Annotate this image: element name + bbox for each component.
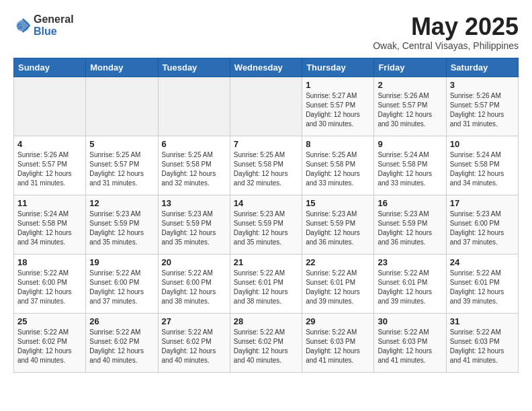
day-number: 18 (17, 257, 82, 267)
calendar-cell: 13Sunrise: 5:23 AM Sunset: 5:59 PM Dayli… (158, 195, 230, 254)
day-info: Sunrise: 5:22 AM Sunset: 6:01 PM Dayligh… (450, 269, 515, 306)
calendar-week-5: 25Sunrise: 5:22 AM Sunset: 6:02 PM Dayli… (14, 313, 519, 372)
calendar-cell: 9Sunrise: 5:24 AM Sunset: 5:58 PM Daylig… (374, 136, 446, 195)
day-info: Sunrise: 5:25 AM Sunset: 5:58 PM Dayligh… (306, 150, 370, 188)
day-number: 9 (378, 139, 442, 149)
day-info: Sunrise: 5:25 AM Sunset: 5:58 PM Dayligh… (234, 150, 298, 188)
day-number: 3 (450, 80, 515, 90)
calendar-cell: 7Sunrise: 5:25 AM Sunset: 5:58 PM Daylig… (230, 136, 302, 195)
calendar-cell: 11Sunrise: 5:24 AM Sunset: 5:58 PM Dayli… (14, 195, 86, 254)
day-info: Sunrise: 5:22 AM Sunset: 6:03 PM Dayligh… (450, 328, 515, 365)
calendar-cell: 4Sunrise: 5:26 AM Sunset: 5:57 PM Daylig… (14, 136, 86, 195)
day-number: 22 (306, 257, 370, 267)
calendar-cell: 12Sunrise: 5:23 AM Sunset: 5:59 PM Dayli… (86, 195, 158, 254)
day-number: 1 (306, 80, 370, 90)
day-number: 7 (234, 139, 298, 149)
page: G General Blue May 2025 Owak, Central Vi… (0, 0, 532, 379)
calendar-cell: 5Sunrise: 5:25 AM Sunset: 5:57 PM Daylig… (86, 136, 158, 195)
day-number: 26 (89, 316, 154, 326)
calendar-cell: 1Sunrise: 5:27 AM Sunset: 5:57 PM Daylig… (302, 77, 374, 136)
calendar-header-friday: Friday (374, 58, 446, 77)
calendar-cell: 26Sunrise: 5:22 AM Sunset: 6:02 PM Dayli… (86, 313, 158, 372)
calendar-cell (230, 77, 302, 136)
day-number: 14 (234, 198, 298, 208)
logo-blue: Blue (34, 26, 57, 37)
calendar-cell: 31Sunrise: 5:22 AM Sunset: 6:03 PM Dayli… (446, 313, 518, 372)
day-info: Sunrise: 5:24 AM Sunset: 5:58 PM Dayligh… (378, 150, 442, 188)
day-number: 10 (450, 139, 515, 149)
calendar-cell: 23Sunrise: 5:22 AM Sunset: 6:01 PM Dayli… (374, 254, 446, 313)
calendar-cell: 18Sunrise: 5:22 AM Sunset: 6:00 PM Dayli… (14, 254, 86, 313)
day-number: 4 (17, 139, 82, 149)
calendar-cell: 21Sunrise: 5:22 AM Sunset: 6:01 PM Dayli… (230, 254, 302, 313)
day-info: Sunrise: 5:22 AM Sunset: 6:02 PM Dayligh… (17, 328, 82, 365)
calendar-header-monday: Monday (86, 58, 158, 77)
day-info: Sunrise: 5:23 AM Sunset: 6:00 PM Dayligh… (450, 210, 515, 247)
day-info: Sunrise: 5:22 AM Sunset: 6:01 PM Dayligh… (306, 269, 370, 306)
logo-text: General Blue (34, 13, 74, 38)
calendar-cell: 30Sunrise: 5:22 AM Sunset: 6:03 PM Dayli… (374, 313, 446, 372)
day-number: 21 (234, 257, 298, 267)
calendar: SundayMondayTuesdayWednesdayThursdayFrid… (13, 58, 519, 373)
calendar-cell: 14Sunrise: 5:23 AM Sunset: 5:59 PM Dayli… (230, 195, 302, 254)
day-number: 11 (17, 198, 82, 208)
calendar-cell: 22Sunrise: 5:22 AM Sunset: 6:01 PM Dayli… (302, 254, 374, 313)
logo-icon: G (13, 16, 32, 35)
calendar-cell: 17Sunrise: 5:23 AM Sunset: 6:00 PM Dayli… (446, 195, 518, 254)
calendar-week-1: 1Sunrise: 5:27 AM Sunset: 5:57 PM Daylig… (14, 77, 519, 136)
calendar-week-4: 18Sunrise: 5:22 AM Sunset: 6:00 PM Dayli… (14, 254, 519, 313)
day-number: 15 (306, 198, 370, 208)
calendar-cell: 8Sunrise: 5:25 AM Sunset: 5:58 PM Daylig… (302, 136, 374, 195)
calendar-cell (158, 77, 230, 136)
calendar-cell: 16Sunrise: 5:23 AM Sunset: 5:59 PM Dayli… (374, 195, 446, 254)
day-number: 16 (378, 198, 442, 208)
day-info: Sunrise: 5:23 AM Sunset: 5:59 PM Dayligh… (89, 210, 154, 247)
title-block: May 2025 Owak, Central Visayas, Philippi… (373, 13, 519, 51)
day-number: 23 (378, 257, 442, 267)
day-info: Sunrise: 5:26 AM Sunset: 5:57 PM Dayligh… (378, 91, 442, 129)
day-info: Sunrise: 5:23 AM Sunset: 5:59 PM Dayligh… (234, 210, 298, 247)
calendar-cell: 20Sunrise: 5:22 AM Sunset: 6:00 PM Dayli… (158, 254, 230, 313)
day-info: Sunrise: 5:22 AM Sunset: 6:02 PM Dayligh… (162, 328, 226, 365)
calendar-header-tuesday: Tuesday (158, 58, 230, 77)
day-info: Sunrise: 5:22 AM Sunset: 6:01 PM Dayligh… (234, 269, 298, 306)
day-number: 30 (378, 316, 442, 326)
day-number: 28 (234, 316, 298, 326)
calendar-cell: 6Sunrise: 5:25 AM Sunset: 5:58 PM Daylig… (158, 136, 230, 195)
day-info: Sunrise: 5:22 AM Sunset: 6:02 PM Dayligh… (89, 328, 154, 365)
calendar-week-3: 11Sunrise: 5:24 AM Sunset: 5:58 PM Dayli… (14, 195, 519, 254)
header: G General Blue May 2025 Owak, Central Vi… (13, 13, 519, 51)
day-info: Sunrise: 5:22 AM Sunset: 6:03 PM Dayligh… (378, 328, 442, 365)
calendar-cell (86, 77, 158, 136)
day-info: Sunrise: 5:23 AM Sunset: 5:59 PM Dayligh… (378, 210, 442, 247)
calendar-cell: 10Sunrise: 5:24 AM Sunset: 5:58 PM Dayli… (446, 136, 518, 195)
subtitle: Owak, Central Visayas, Philippines (373, 40, 519, 51)
calendar-header-sunday: Sunday (14, 58, 86, 77)
day-info: Sunrise: 5:23 AM Sunset: 5:59 PM Dayligh… (306, 210, 370, 247)
calendar-header-saturday: Saturday (446, 58, 518, 77)
calendar-header-thursday: Thursday (302, 58, 374, 77)
day-number: 12 (89, 198, 154, 208)
calendar-cell: 27Sunrise: 5:22 AM Sunset: 6:02 PM Dayli… (158, 313, 230, 372)
month-title: May 2025 (373, 13, 519, 40)
day-info: Sunrise: 5:22 AM Sunset: 6:00 PM Dayligh… (162, 269, 226, 306)
calendar-cell: 28Sunrise: 5:22 AM Sunset: 6:02 PM Dayli… (230, 313, 302, 372)
day-number: 19 (89, 257, 154, 267)
day-info: Sunrise: 5:22 AM Sunset: 6:01 PM Dayligh… (378, 269, 442, 306)
calendar-cell: 24Sunrise: 5:22 AM Sunset: 6:01 PM Dayli… (446, 254, 518, 313)
day-number: 8 (306, 139, 370, 149)
day-info: Sunrise: 5:24 AM Sunset: 5:58 PM Dayligh… (17, 210, 82, 247)
day-info: Sunrise: 5:25 AM Sunset: 5:58 PM Dayligh… (162, 150, 226, 188)
day-number: 13 (162, 198, 226, 208)
day-info: Sunrise: 5:25 AM Sunset: 5:57 PM Dayligh… (89, 150, 154, 188)
day-number: 24 (450, 257, 515, 267)
day-number: 6 (162, 139, 226, 149)
calendar-cell (14, 77, 86, 136)
day-info: Sunrise: 5:26 AM Sunset: 5:57 PM Dayligh… (17, 150, 82, 188)
svg-text:G: G (17, 23, 22, 30)
calendar-cell: 25Sunrise: 5:22 AM Sunset: 6:02 PM Dayli… (14, 313, 86, 372)
day-info: Sunrise: 5:26 AM Sunset: 5:57 PM Dayligh… (450, 91, 515, 129)
day-number: 17 (450, 198, 515, 208)
calendar-header-row: SundayMondayTuesdayWednesdayThursdayFrid… (14, 58, 519, 77)
calendar-week-2: 4Sunrise: 5:26 AM Sunset: 5:57 PM Daylig… (14, 136, 519, 195)
